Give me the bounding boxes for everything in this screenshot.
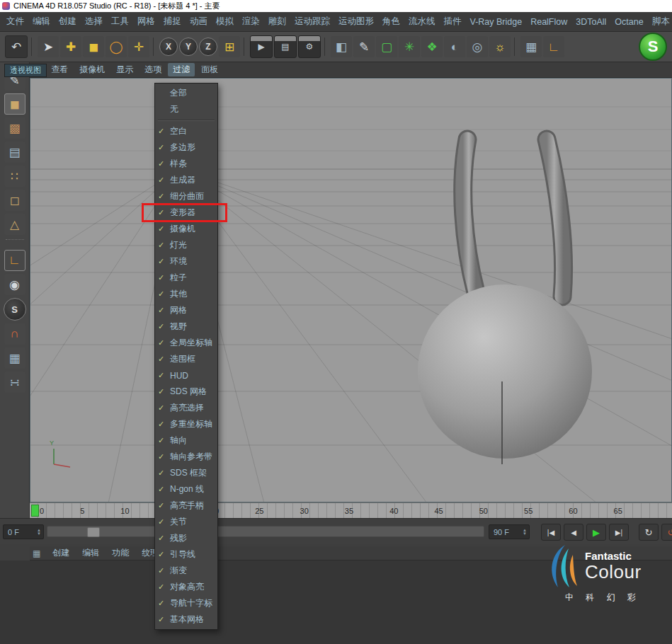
points-mode-button[interactable]: ∷: [4, 166, 25, 187]
filter-menu-item[interactable]: ✓ 高亮手柄: [155, 498, 217, 514]
sphere-object[interactable]: [418, 284, 592, 459]
texture-mode-button[interactable]: ▩: [4, 117, 25, 139]
next-frame-button[interactable]: ▶|: [609, 524, 629, 541]
workplane-mode-button[interactable]: ▤: [4, 142, 25, 163]
render-picture-viewer-button[interactable]: ▤: [274, 35, 297, 58]
lock-y-axis-button[interactable]: Y: [179, 38, 198, 56]
filter-menu-item[interactable]: ✓ 空白: [155, 123, 217, 139]
menu-bar-item[interactable]: RealFlow: [527, 17, 571, 27]
edges-mode-button[interactable]: ◻: [4, 190, 25, 211]
filter-menu-item[interactable]: 无: [155, 101, 217, 117]
menu-bar-item[interactable]: 渲染: [239, 16, 263, 28]
live-selection-tool[interactable]: ➤: [38, 36, 59, 57]
filter-menu-item[interactable]: ✓ 细分曲面: [155, 188, 217, 205]
menu-bar-item[interactable]: 选择: [81, 16, 106, 28]
c4d-logo-button[interactable]: S: [639, 33, 667, 61]
viewport-menu-item[interactable]: 过滤: [168, 63, 195, 76]
goto-start-button[interactable]: |◀: [541, 524, 561, 541]
filter-menu-item[interactable]: ✓ 全局坐标轴: [155, 335, 217, 351]
filter-menu-item[interactable]: ✓ 环境: [155, 253, 217, 270]
display-toggle-button[interactable]: ▦: [520, 36, 542, 57]
filter-menu-item[interactable]: ✓ 灯光: [155, 237, 217, 253]
last-tool[interactable]: ✛: [128, 36, 149, 57]
filter-menu-item[interactable]: ✓ 视野: [155, 318, 217, 335]
filter-menu-item[interactable]: ✓ 导航十字标: [155, 595, 217, 611]
render-settings-button[interactable]: ⚙: [298, 35, 321, 58]
cycle-button[interactable]: ↺: [661, 524, 672, 541]
filter-menu-item[interactable]: ✓ 其他: [155, 286, 217, 302]
filter-menu-item[interactable]: ✓ 轴向: [155, 432, 217, 449]
filter-menu-item[interactable]: ✓ 残影: [155, 530, 217, 546]
workplane-lock-button[interactable]: ▦: [4, 347, 25, 369]
axis-toggle-button[interactable]: ∟: [543, 36, 564, 57]
filter-menu-item[interactable]: ✓ 网格: [155, 302, 217, 318]
menu-bar-item[interactable]: Octane: [611, 17, 647, 27]
timeline-ruler[interactable]: 05101520253035404550556065: [30, 502, 672, 518]
loop-button[interactable]: ↻: [639, 524, 659, 541]
filter-menu-item[interactable]: ✓ 对象高亮: [155, 579, 217, 595]
menu-bar-item[interactable]: 3DToAll: [572, 17, 610, 27]
scale-tool[interactable]: ◼: [83, 36, 104, 57]
environment-menu-button[interactable]: ◐: [444, 36, 465, 57]
filter-menu-item[interactable]: ✓ 样条: [155, 156, 217, 172]
enable-axis-button[interactable]: ∟: [4, 250, 25, 271]
magnet-snap-button[interactable]: ∩: [4, 323, 25, 345]
rotate-tool[interactable]: ◯: [106, 36, 127, 57]
material-menu-item[interactable]: 编辑: [77, 546, 104, 560]
filter-menu-item[interactable]: ✓ N-gon 线: [155, 481, 217, 498]
menu-bar-item[interactable]: 角色: [379, 16, 404, 28]
undo-button[interactable]: ↶: [5, 35, 28, 58]
filter-menu-item[interactable]: 全部: [155, 85, 217, 101]
spline-pen-menu-button[interactable]: ✎: [353, 36, 375, 57]
filter-menu-item[interactable]: ✓ 轴向参考带: [155, 449, 217, 465]
menu-bar-item[interactable]: 模拟: [212, 16, 237, 28]
quantize-button[interactable]: ∺: [4, 372, 25, 393]
filter-menu-item[interactable]: ✓ 多重坐标轴: [155, 416, 217, 432]
filter-menu-item[interactable]: ✓ SDS 框架: [155, 465, 217, 481]
viewport-menu-item[interactable]: 查看: [46, 63, 73, 76]
add-cube-menu-button[interactable]: ◧: [331, 36, 352, 57]
lock-x-axis-button[interactable]: X: [159, 38, 178, 56]
render-view-button[interactable]: ▶: [250, 35, 273, 58]
array-menu-button[interactable]: ✳: [399, 36, 420, 57]
menu-bar-item[interactable]: 动画: [186, 16, 211, 28]
filter-menu-item[interactable]: ✓ SDS 网格: [155, 384, 217, 400]
menu-bar-item[interactable]: 工具: [108, 16, 132, 28]
model-mode-button[interactable]: ◼: [4, 93, 25, 115]
material-menu-item[interactable]: 功能: [107, 546, 134, 560]
step-down-icon[interactable]: ▼: [523, 532, 527, 536]
frame-end-field[interactable]: 90 F ▲ ▼: [489, 524, 530, 539]
subdivision-surface-menu-button[interactable]: ▢: [376, 36, 397, 57]
menu-bar-item[interactable]: 创建: [55, 16, 80, 28]
filter-menu-item[interactable]: ✓ 生成器: [155, 172, 217, 188]
play-button[interactable]: ▶: [586, 524, 606, 541]
preview-range-slider[interactable]: [47, 526, 484, 537]
step-down-icon[interactable]: ▼: [37, 532, 41, 536]
filter-menu-item[interactable]: ✓ 多边形: [155, 139, 217, 156]
mograph-menu-button[interactable]: ❖: [421, 36, 443, 57]
frame-start-field[interactable]: 0 F ▲ ▼: [3, 524, 44, 539]
filter-menu-item[interactable]: ✓ 选围框: [155, 351, 217, 367]
coordinate-system-button[interactable]: ⊞: [219, 36, 240, 57]
menu-bar-item[interactable]: 雕刻: [265, 16, 290, 28]
snap-button[interactable]: S: [4, 298, 26, 321]
menu-bar-item[interactable]: 运动跟踪: [291, 16, 334, 28]
viewport-solo-button[interactable]: ◉: [4, 274, 25, 295]
filter-menu-item[interactable]: ✓ 粒子: [155, 270, 217, 286]
lock-z-axis-button[interactable]: Z: [199, 38, 217, 56]
filter-menu-item[interactable]: ✓ 变形器: [155, 205, 217, 221]
viewport-menu-item[interactable]: 显示: [111, 63, 138, 76]
menu-bar-item[interactable]: 文件: [3, 16, 28, 28]
menu-bar-item[interactable]: 捕捉: [160, 16, 185, 28]
menu-bar-item[interactable]: V-Ray Bridge: [467, 17, 526, 27]
stepper-arrows[interactable]: ▲ ▼: [523, 529, 527, 536]
stepper-arrows[interactable]: ▲ ▼: [37, 529, 41, 536]
viewport-3d-view[interactable]: Y: [30, 78, 672, 502]
filter-menu-item[interactable]: ✓ HUD: [155, 367, 217, 384]
menu-bar-item[interactable]: 运动图形: [335, 16, 377, 28]
filter-menu-item[interactable]: ✓ 基本网格: [155, 611, 217, 628]
prev-frame-button[interactable]: ◀: [564, 524, 583, 541]
menu-bar-item[interactable]: 流水线: [405, 16, 439, 28]
light-menu-button[interactable]: ☼: [489, 36, 511, 57]
menu-bar-item[interactable]: 脚本: [649, 16, 672, 28]
